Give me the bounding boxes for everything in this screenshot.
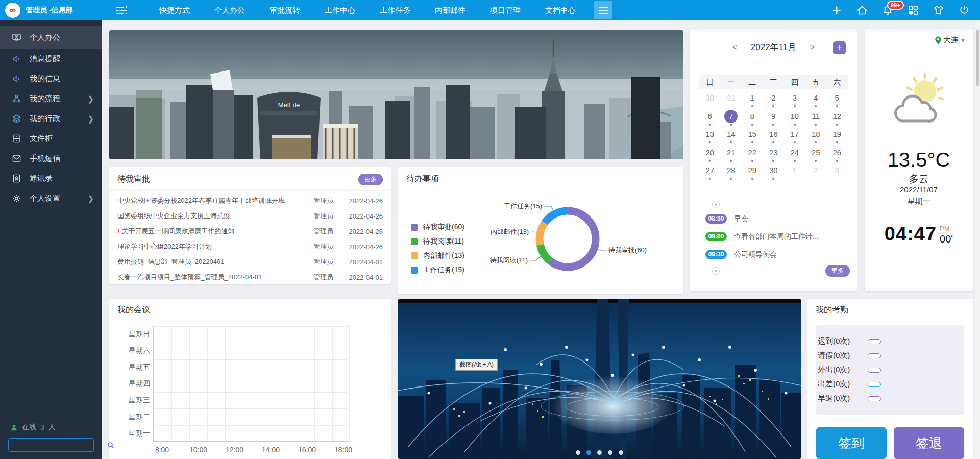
calendar-day-6[interactable]: 6 (699, 110, 721, 128)
schedule-item-0[interactable]: 08:30 早会 (705, 214, 748, 224)
legend-item-3[interactable]: 工作任务(15) (411, 265, 464, 275)
calendar-day-9[interactable]: 9 (763, 110, 785, 128)
calendar-day-11[interactable]: 11 (805, 110, 827, 128)
calendar-prev-icon[interactable]: < (732, 42, 738, 53)
calendar-day-18[interactable]: 18 (805, 128, 827, 146)
home-icon[interactable] (855, 4, 869, 17)
nav-item-0[interactable]: 快捷方式 (147, 0, 202, 20)
notifications-bell-icon[interactable]: 99+ (881, 4, 894, 17)
calendar-day-5[interactable]: 5 (826, 91, 848, 110)
calendar-day-25[interactable]: 25 (805, 146, 827, 164)
calendar-day-12[interactable]: 12 (826, 110, 848, 128)
approval-row-0[interactable]: 中央党校国资委分校2022年春季直属青年干部培训班开班 管理员 2022-04-… (117, 193, 383, 208)
carousel-dot-2[interactable] (597, 450, 602, 455)
calendar-day-28[interactable]: 28 (721, 164, 742, 182)
approval-row-1[interactable]: 国资委组织中央企业全力支援上海抗疫 管理员 2022-04-26 (117, 208, 383, 224)
calendar-day-3[interactable]: 3 (826, 164, 848, 182)
calendar-day-26[interactable]: 26 (826, 146, 848, 164)
carousel-dot-1[interactable] (586, 450, 591, 455)
sidebar-item-label: 文件柜 (30, 134, 53, 143)
calendar-day-2[interactable]: 2 (763, 91, 785, 110)
calendar-next-icon[interactable]: > (810, 42, 815, 53)
nav-item-5[interactable]: 内部邮件 (423, 0, 478, 20)
calendar-day-4[interactable]: 4 (805, 91, 827, 110)
legend-item-2[interactable]: 内部邮件(13) (411, 251, 464, 260)
calendar-day-22[interactable]: 22 (742, 146, 763, 164)
calendar-day-15[interactable]: 15 (742, 128, 763, 146)
scrollbar-thumb[interactable] (976, 30, 979, 86)
sidebar-item-6[interactable]: 手机短信 (0, 149, 102, 168)
legend-item-0[interactable]: 待我审批(60) (411, 223, 464, 232)
location-selector[interactable]: 大连 ▼ (935, 35, 966, 45)
sidebar-item-3[interactable]: 我的流程 ❯ (0, 89, 102, 109)
sidebar-item-5[interactable]: 文件柜 (0, 129, 102, 149)
sidebar-item-8[interactable]: 个人设置 ❯ (0, 188, 102, 208)
approval-row-4[interactable]: 费用报销_信息部_管理员_20220401 管理员 2022-04-01 (117, 254, 383, 270)
calendar-day-29[interactable]: 29 (742, 164, 763, 182)
schedule-item-2[interactable]: 09:30 公司领导例会 (705, 250, 777, 259)
calendar-day-13[interactable]: 13 (699, 128, 721, 146)
nav-item-7[interactable]: 文档中心 (533, 0, 588, 20)
theme-shirt-icon[interactable] (932, 4, 945, 17)
sidebar-item-2[interactable]: 我的信息 (0, 69, 102, 89)
sidebar-item-4[interactable]: 我的行政 ❯ (0, 109, 102, 129)
calendar-day-3[interactable]: 3 (784, 91, 805, 110)
sidebar-item-7[interactable]: 通讯录 (0, 168, 102, 188)
calendar-day-19[interactable]: 19 (826, 128, 848, 146)
check-out-button[interactable]: 签退 (894, 427, 964, 459)
sidebar-collapse-icon[interactable] (116, 5, 132, 16)
calendar-day-23[interactable]: 23 (763, 146, 785, 164)
sidebar-item-1[interactable]: 消息提醒 (0, 49, 102, 69)
calendar-day-1[interactable]: 1 (742, 91, 763, 110)
sidebar-item-0[interactable]: 个人办公 (0, 26, 102, 49)
calendar-day-20[interactable]: 20 (699, 146, 721, 164)
nav-item-1[interactable]: 个人办公 (202, 0, 257, 20)
calendar-day-24[interactable]: 24 (784, 146, 805, 164)
timeline-end-icon[interactable]: ▼ (712, 267, 720, 275)
city-label: 大连 (943, 35, 959, 45)
approvals-more-button[interactable]: 更多 (358, 174, 383, 185)
nav-item-2[interactable]: 审批流转 (257, 0, 312, 20)
schedule-more-button[interactable]: 更多 (825, 265, 850, 277)
approval-date: 2022-04-01 (343, 274, 383, 281)
calendar-day-7[interactable]: 7 (721, 110, 742, 128)
calendar-add-button[interactable]: + (833, 41, 846, 54)
nav-item-6[interactable]: 项目管理 (478, 0, 533, 20)
carousel-night-image[interactable]: 截图(Alt + A) (398, 299, 801, 459)
nav-more-menu-icon[interactable] (594, 1, 612, 19)
add-icon[interactable]: + (830, 4, 843, 17)
nav-item-4[interactable]: 工作任务 (368, 0, 423, 20)
calendar-day-1[interactable]: 1 (784, 164, 805, 182)
power-logout-icon[interactable] (958, 4, 971, 17)
approval-row-2[interactable]: !关于开展五一期间廉政清廉工作的通知 管理员 2022-04-26 (117, 224, 383, 239)
approval-row-5[interactable]: 长春一汽项目项目_整体预算_管理员_2022-04-01 管理员 2022-04… (117, 270, 383, 285)
calendar-day-2[interactable]: 2 (805, 164, 827, 182)
carousel-dot-3[interactable] (608, 450, 612, 455)
schedule-item-1[interactable]: 09:00 查看各部门本周的工作计... (705, 232, 819, 241)
search-icon[interactable] (107, 441, 115, 449)
calendar-day-27[interactable]: 27 (699, 164, 721, 182)
calendar-day-10[interactable]: 10 (784, 110, 805, 128)
calendar-day-16[interactable]: 16 (763, 128, 785, 146)
meetings-x-tick: 8:00 (155, 446, 169, 454)
calendar-day-30[interactable]: 30 (763, 164, 785, 182)
meetings-chart-grid[interactable] (153, 326, 350, 442)
calendar-day-21[interactable]: 21 (721, 146, 742, 164)
top-nav: 快捷方式个人办公审批流转工作中心工作任务内部邮件项目管理文档中心 (147, 0, 588, 20)
apps-grid-icon[interactable] (906, 4, 920, 17)
carousel-dot-4[interactable] (619, 450, 623, 455)
approval-row-3[interactable]: 理论学习中心组2022年学习计划 管理员 2022-04-26 (117, 239, 383, 254)
calendar-day-30[interactable]: 30 (699, 91, 721, 110)
carousel-dot-0[interactable] (576, 450, 580, 455)
calendar-day-8[interactable]: 8 (742, 110, 763, 128)
calendar-day-17[interactable]: 17 (784, 128, 805, 146)
check-in-button[interactable]: 签到 (816, 427, 887, 459)
legend-item-1[interactable]: 待我阅读(11) (411, 237, 464, 246)
nav-item-3[interactable]: 工作中心 (312, 0, 368, 20)
calendar-day-14[interactable]: 14 (721, 128, 742, 146)
page-scrollbar[interactable] (975, 20, 980, 459)
sidebar-search-input[interactable] (9, 441, 107, 449)
banner-carousel-image[interactable]: MetLife (109, 30, 683, 159)
calendar-day-31[interactable]: 31 (721, 91, 742, 110)
todo-donut-chart[interactable]: 待我审批(60) 待我阅读(11) 内部邮件(13) 工作任务(15) (480, 183, 681, 293)
